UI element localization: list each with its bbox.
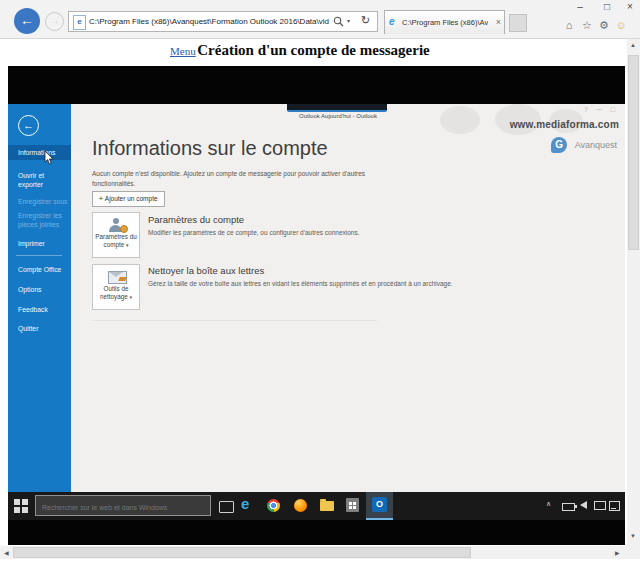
scroll-left-icon[interactable]: ◀	[4, 549, 9, 556]
browser-forward-button[interactable]: →	[45, 12, 64, 31]
backstage-intro-text: Aucun compte n'est disponible. Ajoutez u…	[92, 169, 374, 189]
plus-icon: +	[99, 195, 103, 202]
cleanup-tools-button-label: Outils de nettoyage	[100, 285, 128, 300]
avanquest-logo-icon: G	[551, 137, 567, 153]
home-icon[interactable]: ⌂	[561, 18, 577, 34]
sidebar-item-informations[interactable]: Informations	[8, 145, 71, 160]
mailbox-cleanup-heading: Nettoyer la boîte aux lettres	[148, 265, 264, 276]
mediaforma-watermark: www.mediaforma.com	[510, 119, 619, 130]
search-dropdown-caret-icon[interactable]: ▾	[347, 17, 350, 24]
backstage-back-button[interactable]: ←	[18, 115, 39, 136]
window-maximize-button[interactable]: □	[597, 1, 617, 14]
cleanup-tools-button[interactable]: Outils de nettoyage ▾	[92, 264, 140, 310]
tab-title: C:\Program Files (x86)\Ava...	[402, 18, 488, 27]
chevron-down-icon: ▾	[129, 294, 132, 300]
outlook-window-title: Outlook Aujourd'hui - Outlook	[238, 113, 438, 119]
sidebar-item-enregistrer-sous: Enregistrer sous	[8, 194, 71, 209]
mouse-cursor-icon	[44, 151, 54, 165]
document-header: Menu Création d'un compte de messagerie	[0, 39, 627, 66]
start-button-icon[interactable]	[14, 499, 28, 513]
firefox-browser-icon[interactable]	[294, 499, 307, 512]
sidebar-item-ouvrir-exporter[interactable]: Ouvrir et exporter	[8, 168, 71, 192]
battery-icon[interactable]	[562, 503, 575, 511]
mailbox-cleanup-description: Gérez la taille de votre boîte aux lettr…	[148, 279, 458, 289]
outlook-maximize-icon: □	[611, 106, 615, 113]
backstage-sidebar: ← Informations Ouvrir et exporter Enregi…	[8, 104, 71, 492]
scroll-up-icon[interactable]: ▲	[630, 42, 636, 48]
account-settings-button[interactable]: Paramètres du compte ▾	[92, 212, 140, 258]
horizontal-scrollbar-thumb[interactable]	[13, 547, 471, 558]
outlook-help-icon: ?	[584, 106, 588, 113]
sidebar-item-enregistrer-pieces-jointes: Enregistrer les pièces jointes	[8, 208, 71, 232]
vertical-scrollbar-thumb[interactable]	[628, 55, 639, 250]
page-title: Création d'un compte de messagerie	[0, 42, 627, 59]
account-settings-description: Modifier les paramètres de ce compte, ou…	[148, 228, 458, 238]
address-bar[interactable]: e ▾ ↻	[68, 11, 378, 32]
browser-chrome: – □ × ← → e ▾ ↻ e C:\Program Files (x86)…	[0, 0, 640, 39]
account-settings-button-label: Paramètres du compte	[95, 233, 136, 248]
tab-close-icon[interactable]: ×	[496, 17, 501, 27]
sidebar-item-imprimer[interactable]: Imprimer	[8, 236, 71, 251]
outlook-app-icon: O	[372, 497, 387, 512]
scroll-down-icon[interactable]: ▼	[630, 533, 636, 539]
horizontal-scrollbar[interactable]: ◀ ▶	[0, 546, 627, 559]
taskbar-search-box[interactable]	[35, 495, 211, 516]
search-icon[interactable]	[333, 16, 344, 27]
screen: – □ × ← → e ▾ ↻ e C:\Program Files (x86)…	[0, 0, 640, 561]
outlook-taskbar-button[interactable]: O	[366, 492, 393, 520]
cleanup-tools-icon	[93, 265, 139, 285]
windows-taskbar: e O ∧	[8, 492, 625, 520]
sidebar-item-compte-office[interactable]: Compte Office	[8, 262, 71, 277]
refresh-icon[interactable]: ↻	[361, 14, 370, 27]
browser-back-button[interactable]: ←	[14, 8, 40, 34]
backstage-title: Informations sur le compte	[92, 137, 328, 160]
outlook-minimize-icon: ─	[597, 106, 602, 113]
sidebar-divider	[16, 255, 62, 256]
file-explorer-icon[interactable]	[320, 501, 334, 511]
browser-tab[interactable]: e C:\Program Files (x86)\Ava... ×	[384, 10, 505, 34]
page-file-icon: e	[73, 15, 86, 30]
chrome-browser-icon[interactable]	[267, 499, 280, 512]
url-input[interactable]	[89, 13, 329, 30]
favorites-star-icon[interactable]: ☆	[579, 18, 595, 34]
scroll-right-icon[interactable]: ▶	[615, 549, 620, 556]
settings-gear-icon[interactable]: ⚙	[596, 18, 612, 34]
add-account-button[interactable]: +Ajouter un compte	[92, 191, 165, 207]
sidebar-item-quitter[interactable]: Quitter	[8, 321, 71, 336]
video-player[interactable]: Outlook Aujourd'hui - Outlook ?─□ www.me…	[8, 66, 625, 545]
volume-icon[interactable]	[580, 501, 587, 509]
account-settings-icon	[93, 213, 139, 233]
new-tab-button[interactable]	[509, 14, 527, 32]
content-divider	[92, 320, 377, 321]
account-settings-heading: Paramètres du compte	[148, 214, 244, 225]
edge-browser-icon[interactable]: e	[241, 495, 249, 512]
sidebar-item-feedback[interactable]: Feedback	[8, 302, 71, 317]
ie-tab-icon: e	[389, 17, 399, 27]
outlook-titlebar-fragment	[287, 104, 387, 112]
scrollbar-corner	[627, 546, 640, 559]
watermark-blob	[440, 106, 480, 134]
network-icon[interactable]	[594, 501, 606, 510]
vertical-scrollbar[interactable]: ▲ ▼	[627, 39, 640, 546]
chevron-down-icon: ▾	[126, 242, 129, 248]
avanquest-logo-text: Avanquest	[575, 140, 617, 150]
tray-chevron-up-icon[interactable]: ∧	[546, 500, 551, 508]
outlook-window-controls: ?─□	[575, 106, 615, 113]
avanquest-logo: G Avanquest	[551, 135, 617, 153]
task-view-icon[interactable]	[219, 501, 234, 513]
add-account-label: Ajouter un compte	[105, 195, 158, 202]
feedback-smiley-icon[interactable]: ☺	[613, 18, 629, 34]
action-center-icon[interactable]	[609, 501, 620, 511]
windows-store-icon[interactable]	[346, 498, 359, 512]
sidebar-item-options[interactable]: Options	[8, 282, 71, 297]
taskbar-search-input[interactable]	[36, 498, 216, 517]
window-minimize-button[interactable]: –	[570, 1, 590, 14]
window-close-button[interactable]: ×	[620, 1, 640, 14]
outlook-screenshot: Outlook Aujourd'hui - Outlook ?─□ www.me…	[8, 104, 625, 492]
